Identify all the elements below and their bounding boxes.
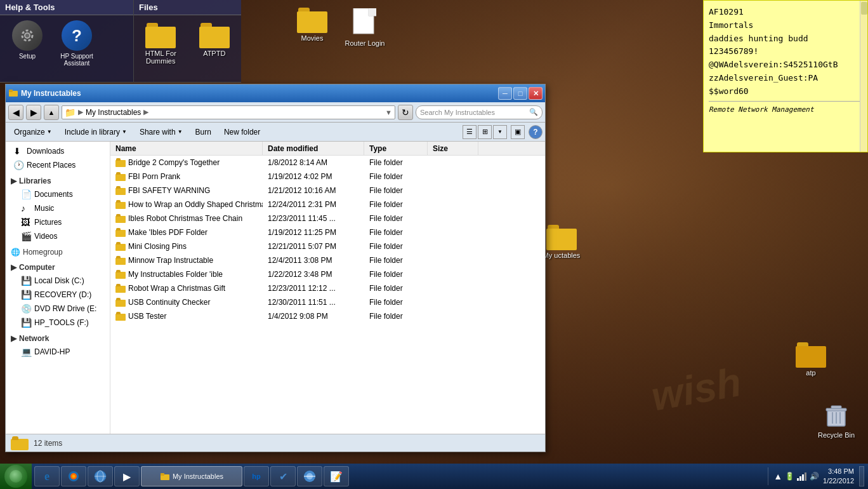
forward-button[interactable]: ▶ [26,105,41,120]
col-header-size[interactable]: Size [428,142,478,155]
file-date-cell: 12/23/2011 11:45 ... [263,214,364,223]
col-header-date[interactable]: Date modified [263,142,364,155]
atp-desktop-icon[interactable]: atp [786,340,836,379]
systray-expand[interactable]: ▲ [773,471,782,481]
sticky-scrollbar-thumb[interactable] [861,2,867,15]
taskbar-item-vpn[interactable]: ✔ [270,466,296,486]
sidebar-item-documents[interactable]: 📄 Documents [6,187,110,201]
systray-icons: ▲ 🔋 🔊 [773,471,819,483]
taskbar-item-sticky[interactable]: 📝 [324,466,349,486]
search-placeholder: Search My Instructables [420,109,495,116]
sidebar-item-recent-places[interactable]: 🕐 Recent Places [6,158,110,172]
col-header-name[interactable]: Name [110,142,263,155]
view-icons-button[interactable]: ⊞ [478,125,492,139]
setup-icon-btn[interactable]: Setup [5,20,49,67]
sidebar-network-section: ▶ Network 💻 DAVID-HP [6,332,110,359]
sidebar-item-pictures[interactable]: 🖼 Pictures [6,215,110,229]
address-bar: ◀ ▶ ▲ 📁 ▶ My Instructables ▶ ▼ ↻ Search … [6,102,545,123]
file-name-cell: Minnow Trap Instructable [110,256,263,265]
systray-network-icon[interactable] [797,471,807,483]
sidebar-libraries-section: ▶ Libraries 📄 Documents ♪ Music 🖼 Pictur… [6,175,110,243]
taskbar-item-media[interactable]: ▶ [114,466,140,486]
address-path-field[interactable]: 📁 ▶ My Instructables ▶ ▼ [62,105,395,119]
file-row[interactable]: Mini Closing Pins 12/21/2011 5:07 PM Fil… [110,239,545,253]
file-name-cell: My Instructables Folder 'ible [110,270,263,279]
file-row[interactable]: Ibles Robot Christmas Tree Chain 12/23/2… [110,211,545,225]
taskbar-item-internet[interactable] [297,466,322,486]
sidebar-item-hp-tools[interactable]: 💾 HP_TOOLS (F:) [6,316,110,330]
network-header[interactable]: ▶ Network [6,332,110,345]
file-row[interactable]: FBI SAFETY WARNING 1/21/2012 10:16 AM Fi… [110,184,545,198]
col-header-type[interactable]: Type [364,142,428,155]
show-desktop-button[interactable] [859,466,864,486]
main-content: ⬇ Downloads 🕐 Recent Places ▶ Libraries … [6,142,545,434]
new-folder-button[interactable]: New folder [218,124,266,140]
files-icons: HTML For Dummies ATPTD [134,15,241,72]
system-clock[interactable]: 3:48 PM 1/22/2012 [823,467,854,486]
files-bar-title: Files [134,0,241,15]
close-button[interactable]: ✕ [529,87,542,100]
sticky-scrollbar[interactable] [860,1,867,152]
title-bar-controls: ─ □ ✕ [498,87,542,100]
view-list-button[interactable]: ☰ [463,125,477,139]
file-row[interactable]: Bridge 2 Compy's Together 1/8/2012 8:14 … [110,156,545,170]
toolbar: Organize ▼ Include in library ▼ Share wi… [6,123,545,142]
refresh-button[interactable]: ↻ [398,105,413,120]
systray-volume[interactable]: 🔊 [810,472,819,481]
folder-body [145,27,176,48]
atptd-icon[interactable]: ATPTD [193,20,237,67]
movies-desktop-icon[interactable]: Movies [287,5,338,44]
html-dummies-icon[interactable]: HTML For Dummies [139,20,183,67]
taskbar-item-network[interactable] [88,466,113,486]
music-label: Music [34,204,54,213]
systray-battery[interactable]: 🔋 [785,472,794,481]
router-login-desktop-icon[interactable]: Router Login [339,5,390,50]
burn-button[interactable]: Burn [190,124,217,140]
preview-button[interactable]: ▣ [511,125,525,139]
taskbar-item-hp[interactable]: hp [244,466,269,486]
file-row[interactable]: Robot Wrap a Christmas Gift 12/23/2011 1… [110,281,545,295]
search-box[interactable]: Search My Instructables 🔍 [416,105,542,119]
file-folder-icon [115,172,126,181]
file-row[interactable]: How to Wrap an Oddly Shaped Christma... … [110,198,545,211]
sidebar-item-recovery-d[interactable]: 💾 RECOVERY (D:) [6,288,110,302]
taskbar-item-explorer[interactable]: My Instructables [141,466,242,486]
file-row[interactable]: Minnow Trap Instructable 12/4/2011 3:08 … [110,253,545,267]
start-button[interactable] [0,464,32,489]
recycle-bin-desktop-icon[interactable]: Recycle Bin [811,397,862,441]
minimize-button[interactable]: ─ [498,87,512,100]
homegroup-header[interactable]: 🌐 Homegroup [6,246,110,258]
file-row[interactable]: Make 'Ibles PDF Folder 1/19/2012 11:25 P… [110,225,545,239]
file-list: Bridge 2 Compy's Together 1/8/2012 8:14 … [110,156,545,434]
recovery-d-icon: 💾 [21,290,31,300]
taskbar-item-firefox[interactable] [61,466,86,486]
file-row[interactable]: USB Continuity Checker 12/30/2011 11:51 … [110,295,545,309]
file-name-text: Bridge 2 Compy's Together [128,158,220,167]
sidebar-item-david-hp[interactable]: 💻 DAVID-HP [6,345,110,359]
computer-header[interactable]: ▶ Computer [6,261,110,274]
back-button[interactable]: ◀ [8,105,23,120]
file-row[interactable]: FBI Porn Prank 1/19/2012 4:02 PM File fo… [110,170,545,184]
include-library-button[interactable]: Include in library ▼ [59,124,133,140]
sidebar-item-dvd[interactable]: 💿 DVD RW Drive (E: [6,302,110,316]
help-button[interactable]: ? [529,125,542,139]
taskbar-item-ie[interactable]: e [34,466,60,486]
new-folder-label: New folder [224,128,260,137]
maximize-button[interactable]: □ [513,87,527,100]
sidebar-item-downloads[interactable]: ⬇ Downloads [6,144,110,158]
file-folder-icon [115,242,126,251]
sidebar-item-music[interactable]: ♪ Music [6,201,110,215]
sidebar-item-videos[interactable]: 🎬 Videos [6,229,110,243]
address-dropdown[interactable]: ▼ [385,109,392,116]
file-name-cell: Bridge 2 Compy's Together [110,158,263,167]
up-button[interactable]: ▲ [44,105,59,120]
sidebar-item-local-c[interactable]: 💾 Local Disk (C:) [6,274,110,288]
my-instructables-folder-icon [546,225,577,250]
hp-support-icon-btn[interactable]: ? HP Support Assistant [55,20,99,67]
libraries-group-header[interactable]: ▶ Libraries [6,175,110,187]
view-dropdown-button[interactable]: ▼ [493,125,507,139]
share-with-button[interactable]: Share with ▼ [134,124,188,140]
file-row[interactable]: My Instructables Folder 'ible 1/22/2012 … [110,267,545,281]
file-row[interactable]: USB Tester 1/4/2012 9:08 PM File folder [110,309,545,323]
organize-button[interactable]: Organize ▼ [8,124,58,140]
